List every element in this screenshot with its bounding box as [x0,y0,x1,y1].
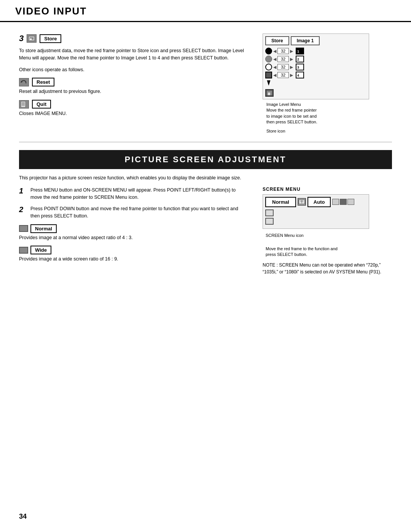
normal-mode-label: Normal [30,224,57,233]
svg-text:1: 1 [297,50,299,53]
val2: 32 [277,56,289,62]
image-menu-diagram: Store Image 1 ◀ 32 ▶ 1 [263,34,369,99]
screen-menu-title: SCREEN MENU [263,187,392,192]
normal-mode-icon [19,225,28,232]
step3-section: 3 Store To store adjustment data, move t… [19,34,392,134]
store-icon-sm [265,89,274,97]
reset-step: Reset [19,78,247,86]
wide-mode-desc: Provides image at a wide screen ratio of… [19,256,247,263]
screen-expand-icon [298,198,306,206]
screen-menu-row: Normal Auto [265,197,366,207]
screen-small-icons [332,199,354,205]
wide-mode-icon [19,247,28,254]
svg-rect-11 [268,93,270,95]
svg-rect-2 [30,38,32,40]
psa-step1: 1 Press MENU button and ON-SCREEN MENU w… [19,187,247,201]
screen-menu-icon-annot: SCREEN Menu icon [266,233,392,238]
normal-mode-desc: Provides image at a normal video aspect … [19,235,247,241]
level1-icon: 1 [296,48,304,54]
store-icon [27,34,37,43]
step3-left: 3 Store To store adjustment data, move t… [19,34,247,134]
svg-rect-5 [22,102,25,106]
color-icon [265,64,272,70]
main-content: 3 Store To store adjustment data, move t… [0,22,411,287]
psa-step1-text: Press MENU button and ON-SCREEN MENU wil… [30,187,247,201]
menu-row-4: ◀ 32 ▶ 4 [265,72,366,78]
menu-rows: ◀ 32 ▶ 1 ◀ 32 ▶ 2 [265,48,366,97]
menu-row-3: ◀ 32 ▶ 3 [265,64,366,70]
psa-left: 1 Press MENU button and ON-SCREEN MENU w… [19,187,247,275]
quit-step: Quit [19,100,247,109]
store-icon-annotation: Store icon [266,128,392,134]
wide-mode-header: Wide [19,246,247,254]
image1-btn: Image 1 [291,36,320,45]
s-icon-1 [332,199,339,205]
psa-header: PICTURE SCREEN ADJUSTMENT [19,150,392,169]
image-menu-annotation: Image Level Menu Move the red frame poin… [266,102,392,125]
level4-icon: 4 [296,72,304,78]
step3-right: Store Image 1 ◀ 32 ▶ 1 [263,34,392,134]
reset-desc: Reset all adjustment to previous figure. [19,88,247,95]
psa-content: 1 Press MENU button and ON-SCREEN MENU w… [19,187,392,275]
screen-sub-icon-1 [265,209,274,216]
down-arrow [265,80,272,86]
section-divider [19,142,392,142]
page-header: VIDEO INPUT [0,0,411,22]
val3: 32 [277,64,289,70]
page-title: VIDEO INPUT [15,5,396,17]
psa-step2-text: Press POINT DOWN button and move the red… [30,205,247,220]
reset-icon [19,78,29,86]
menu-row-1: ◀ 32 ▶ 1 [265,48,366,54]
psa-step2-num: 2 [19,205,27,220]
normal-mode: Normal Provides image at a normal video … [19,224,247,241]
normal-mode-header: Normal [19,224,247,233]
reset-label: Reset [32,78,54,86]
s-icon-2 [340,199,347,205]
menu-row-2: ◀ 32 ▶ 2 [265,56,366,62]
contrast-icon [265,48,272,54]
svg-text:4: 4 [297,73,299,77]
screen-normal-btn: Normal [265,197,296,207]
menu-header-row: Store Image 1 [265,36,366,45]
psa-intro: This projector has a picture screen resi… [19,175,392,181]
screen-auto-btn: Auto [307,197,331,207]
note-box: NOTE : SCREEN Menu can not be operated w… [263,262,392,275]
svg-text:3: 3 [297,66,299,69]
page-footer: 34 [19,513,27,521]
quit-icon [19,100,29,109]
other-icons-text: Other icons operate as follows. [19,66,247,73]
quit-desc: Closes IMAGE MENU. [19,110,247,117]
store-label: Store [40,34,61,43]
page-number: 34 [19,513,27,520]
level2-icon: 2 [296,56,304,62]
level3-icon: 3 [296,64,304,70]
store-icon-row [265,89,366,97]
svg-text:2: 2 [297,58,299,61]
tint-icon [265,72,272,78]
val4: 32 [277,72,289,78]
store-btn: Store [265,36,289,45]
val1: 32 [277,48,289,54]
step3-header: 3 Store [19,34,247,43]
down-arrow-row [265,80,366,86]
psa-title: PICTURE SCREEN ADJUSTMENT [125,155,287,164]
screen-sub-icon-2 [265,218,274,225]
psa-step2: 2 Press POINT DOWN button and move the r… [19,205,247,220]
psa-right: SCREEN MENU Normal Auto [263,187,392,275]
screen-sub-rows [265,209,366,225]
quit-label: Quit [32,100,51,109]
wide-mode-label: Wide [30,246,51,254]
screen-menu-move-annot: Move the red frame to the function and p… [266,240,392,257]
psa-step1-num: 1 [19,187,27,201]
brightness-icon [265,56,272,62]
wide-mode: Wide Provides image at a wide screen rat… [19,246,247,263]
step3-number: 3 [19,34,24,43]
step3-text: To store adjustment data, move the red f… [19,47,247,62]
screen-sub-row-1 [265,209,366,216]
s-icon-3 [347,199,354,205]
screen-menu-diagram: Normal Auto [263,194,369,229]
screen-sub-row-2 [265,218,366,225]
